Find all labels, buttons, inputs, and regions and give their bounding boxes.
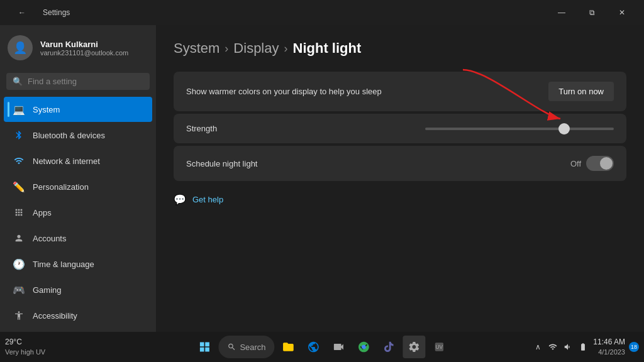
breadcrumb-system[interactable]: System bbox=[174, 40, 219, 57]
search-box[interactable]: 🔍 bbox=[6, 73, 150, 90]
get-help-label: Get help bbox=[192, 195, 223, 204]
sidebar-item-label: Time & language bbox=[33, 260, 94, 269]
sidebar-item-personalization[interactable]: ✏️ Personalization bbox=[4, 174, 152, 199]
strength-row: Strength bbox=[174, 114, 626, 143]
strength-wrapper: Strength bbox=[174, 114, 626, 143]
taskbar-center: Search UV bbox=[193, 336, 450, 358]
user-info: Varun Kulkarni varunk231101@outlook.com bbox=[40, 40, 128, 57]
sidebar-item-label: Gaming bbox=[33, 285, 62, 295]
tray-chevron[interactable]: ∧ bbox=[531, 341, 544, 353]
taskbar-search[interactable]: Search bbox=[218, 336, 274, 358]
weather-block: 29°C Very high UV bbox=[5, 337, 45, 356]
toggle-container: Off bbox=[570, 156, 614, 171]
network-icon bbox=[13, 155, 25, 167]
taskbar-settings-active[interactable] bbox=[403, 336, 426, 358]
user-profile[interactable]: 👤 Varun Kulkarni varunk231101@outlook.co… bbox=[0, 25, 156, 70]
app-container: 👤 Varun Kulkarni varunk231101@outlook.co… bbox=[0, 25, 644, 332]
sidebar-item-apps[interactable]: Apps bbox=[4, 200, 152, 225]
sidebar-item-label: Apps bbox=[33, 208, 52, 217]
personalization-icon: ✏️ bbox=[13, 180, 25, 193]
system-icon: 💻 bbox=[13, 103, 25, 116]
window-controls: — ⧉ ✕ bbox=[547, 3, 636, 23]
strength-label: Strength bbox=[186, 124, 217, 133]
sidebar-item-label: Network & internet bbox=[33, 156, 100, 166]
sidebar-item-label: Accessibility bbox=[33, 311, 77, 321]
strength-slider[interactable] bbox=[425, 128, 614, 130]
taskbar-right: ∧ 11:46 AM 4/1/2023 18 bbox=[531, 337, 639, 356]
titlebar: ← Settings — ⧉ ✕ bbox=[0, 0, 644, 25]
warmer-colors-row: Show warmer colors on your display to he… bbox=[174, 72, 626, 111]
sidebar-item-gaming[interactable]: 🎮 Gaming bbox=[4, 277, 152, 302]
svg-text:UV: UV bbox=[436, 344, 443, 350]
taskbar: 29°C Very high UV Search UV bbox=[0, 332, 644, 362]
search-icon: 🔍 bbox=[13, 77, 23, 86]
breadcrumb-sep2: › bbox=[284, 42, 288, 55]
nav-list: 💻 System Bluetooth & devices Network & i… bbox=[0, 96, 156, 332]
apps-icon bbox=[13, 206, 25, 219]
sidebar-item-time[interactable]: 🕐 Time & language bbox=[4, 251, 152, 277]
accounts-icon bbox=[13, 232, 25, 244]
breadcrumb-current: Night light bbox=[293, 40, 362, 57]
temperature: 29°C bbox=[5, 337, 22, 348]
breadcrumb-sep1: › bbox=[225, 42, 228, 55]
clock-date: 4/1/2023 bbox=[593, 348, 625, 356]
tray-volume[interactable] bbox=[562, 341, 574, 353]
user-name: Varun Kulkarni bbox=[40, 40, 128, 49]
taskbar-file-explorer[interactable] bbox=[277, 336, 300, 358]
taskbar-edge[interactable] bbox=[303, 336, 325, 358]
taskbar-xbox[interactable]: UV bbox=[428, 336, 451, 358]
gaming-icon: 🎮 bbox=[13, 283, 25, 296]
clock-time: 11:46 AM bbox=[593, 337, 625, 348]
sidebar: 👤 Varun Kulkarni varunk231101@outlook.co… bbox=[0, 25, 156, 332]
titlebar-left: ← Settings bbox=[8, 3, 70, 23]
restore-button[interactable]: ⧉ bbox=[577, 3, 606, 23]
warmer-colors-label: Show warmer colors on your display to he… bbox=[186, 87, 382, 96]
turn-on-button[interactable]: Turn on now bbox=[548, 82, 614, 101]
get-help[interactable]: 💬 Get help bbox=[174, 191, 626, 208]
start-button[interactable] bbox=[193, 336, 216, 358]
time-icon: 🕐 bbox=[13, 258, 25, 270]
search-taskbar-label: Search bbox=[240, 343, 265, 352]
sidebar-item-accessibility[interactable]: Accessibility bbox=[4, 303, 152, 328]
system-tray: ∧ bbox=[531, 341, 589, 353]
taskbar-camera[interactable] bbox=[328, 336, 350, 358]
time-block[interactable]: 11:46 AM 4/1/2023 bbox=[593, 337, 625, 356]
sidebar-item-label: Personalization bbox=[33, 182, 89, 192]
slider-container bbox=[362, 128, 614, 130]
sidebar-item-label: Bluetooth & devices bbox=[33, 131, 105, 140]
svg-point-1 bbox=[362, 345, 366, 349]
get-help-icon: 💬 bbox=[174, 194, 186, 206]
user-email: varunk231101@outlook.com bbox=[40, 49, 128, 57]
sidebar-item-system[interactable]: 💻 System bbox=[4, 97, 152, 122]
uv-index: Very high UV bbox=[5, 348, 45, 356]
schedule-row: Schedule night light Off bbox=[174, 146, 626, 181]
sidebar-item-bluetooth[interactable]: Bluetooth & devices bbox=[4, 123, 152, 148]
tray-battery[interactable] bbox=[577, 341, 589, 353]
notification-badge[interactable]: 18 bbox=[629, 342, 639, 352]
taskbar-browser[interactable] bbox=[353, 336, 375, 358]
breadcrumb-display[interactable]: Display bbox=[233, 40, 279, 57]
sidebar-item-accounts[interactable]: Accounts bbox=[4, 226, 152, 251]
sidebar-item-network[interactable]: Network & internet bbox=[4, 148, 152, 173]
search-input[interactable] bbox=[28, 77, 143, 86]
taskbar-teams[interactable] bbox=[378, 336, 401, 358]
toggle-label: Off bbox=[570, 159, 581, 168]
sidebar-item-label: System bbox=[33, 105, 60, 114]
avatar: 👤 bbox=[8, 35, 33, 60]
schedule-label: Schedule night light bbox=[186, 159, 257, 168]
main-content: System › Display › Night light Show warm… bbox=[156, 25, 644, 332]
breadcrumb: System › Display › Night light bbox=[174, 40, 626, 57]
close-button[interactable]: ✕ bbox=[608, 3, 636, 23]
app-title: Settings bbox=[43, 8, 70, 17]
taskbar-left: 29°C Very high UV bbox=[5, 337, 45, 356]
back-button[interactable]: ← bbox=[8, 3, 36, 23]
accessibility-icon bbox=[13, 309, 25, 322]
bluetooth-icon bbox=[13, 129, 25, 141]
schedule-toggle[interactable] bbox=[586, 156, 614, 171]
tray-wifi[interactable] bbox=[547, 341, 559, 353]
sidebar-item-label: Accounts bbox=[33, 234, 66, 243]
minimize-button[interactable]: — bbox=[547, 3, 576, 23]
